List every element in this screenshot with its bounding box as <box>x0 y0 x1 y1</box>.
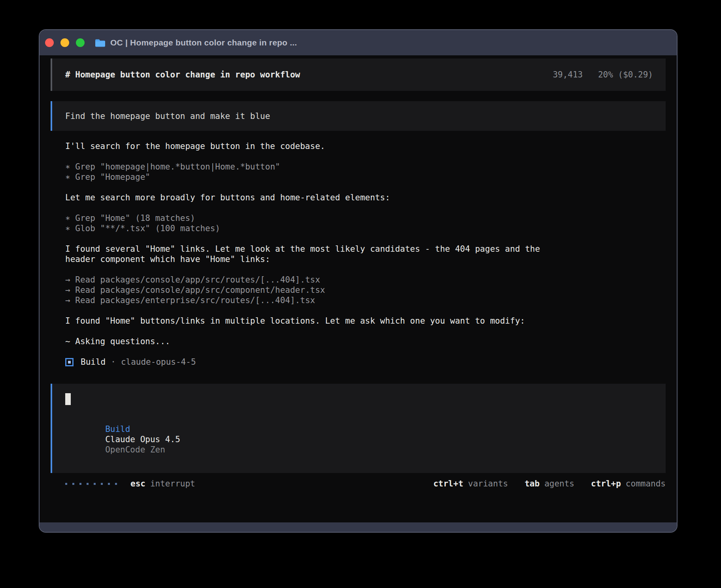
status-left: escinterrupt <box>65 479 195 488</box>
tool-asterisk-icon: ∗ <box>65 224 70 233</box>
prompt-input[interactable]: Build Claude Opus 4.5 OpenCode Zen <box>51 384 666 473</box>
hint-interrupt: escinterrupt <box>130 479 195 488</box>
spinner-dot <box>108 483 110 485</box>
terminal-window: OC | Homepage button color change in rep… <box>40 30 677 532</box>
input-meta-row: Build Claude Opus 4.5 OpenCode Zen <box>65 414 651 465</box>
model-name[interactable]: Claude Opus 4.5 <box>105 435 180 444</box>
terminal-content: # Homepage button color change in repo w… <box>40 55 677 522</box>
assistant-text: ~ Asking questions... <box>65 336 651 347</box>
tool-call-text: Glob "**/*.tsx" (100 matches) <box>70 224 220 233</box>
tool-call-text: Grep "Home" (18 matches) <box>70 213 195 223</box>
traffic-lights <box>45 38 85 47</box>
text-cursor <box>65 393 71 405</box>
spinner-dots-icon <box>65 483 117 485</box>
assistant-text: I found "Home" buttons/links in multiple… <box>65 316 651 326</box>
tool-call-line: ∗ Glob "**/*.tsx" (100 matches) <box>65 223 651 234</box>
user-message-text: Find the homepage button and make it blu… <box>65 111 270 121</box>
assistant-text: I found several "Home" links. Let me loo… <box>65 244 651 264</box>
tool-call-text: Read packages/enterprise/src/routes/[...… <box>70 296 315 305</box>
agent-name: Build <box>81 357 106 367</box>
spinner-dot <box>94 483 96 485</box>
window-footer <box>40 522 677 532</box>
spinner-dot <box>115 483 117 485</box>
agent-mode-label[interactable]: Build <box>105 424 130 434</box>
zoom-button[interactable] <box>76 38 85 47</box>
hint-variants: ctrl+tvariants <box>433 479 508 488</box>
hint-commands-key: ctrl+p <box>591 479 621 488</box>
close-button[interactable] <box>45 38 54 47</box>
tool-call-line: ∗ Grep "Home" (18 matches) <box>65 213 651 223</box>
tool-call-line: ∗ Grep "Homepage" <box>65 172 651 182</box>
transcript: I'll search for the homepage button in t… <box>51 141 666 377</box>
hint-variants-label: variants <box>468 479 508 488</box>
read-arrow-icon: → <box>65 275 70 285</box>
tool-call-text: Grep "homepage|home.*button|Home.*button… <box>70 162 280 172</box>
tool-asterisk-icon: ∗ <box>65 172 70 182</box>
spinner-dot <box>101 483 103 485</box>
hint-interrupt-label: interrupt <box>150 479 195 488</box>
tool-call-text: Grep "Homepage" <box>70 172 150 182</box>
left-hints: escinterrupt <box>130 479 195 488</box>
spinner-dot <box>79 483 81 485</box>
agent-badge: Build·claude-opus-4-5 <box>65 357 651 367</box>
agent-badge-icon-inner <box>68 361 71 364</box>
hint-commands: ctrl+pcommands <box>591 479 666 488</box>
folder-icon <box>95 39 106 47</box>
assistant-text-line: Let me search more broadly for buttons a… <box>65 192 565 203</box>
window-titlebar[interactable]: OC | Homepage button color change in rep… <box>40 30 677 55</box>
context-cost: 20% ($0.29) <box>598 70 653 79</box>
tool-call-line: → Read packages/console/app/src/componen… <box>65 285 651 295</box>
hint-agents-label: agents <box>544 479 574 488</box>
hint-agents-key: tab <box>525 479 540 488</box>
hint-variants-key: ctrl+t <box>433 479 463 488</box>
session-title: # Homepage button color change in repo w… <box>65 70 300 79</box>
assistant-text-line: I found "Home" buttons/links in multiple… <box>65 316 565 326</box>
provider-name: OpenCode Zen <box>105 445 165 454</box>
hint-interrupt-key: esc <box>130 479 145 488</box>
spinner-dot <box>65 483 67 485</box>
assistant-text: I'll search for the homepage button in t… <box>65 141 651 151</box>
model-id: claude-opus-4-5 <box>121 357 196 367</box>
assistant-text-line: I'll search for the homepage button in t… <box>65 141 565 151</box>
read-arrow-icon: → <box>65 296 70 305</box>
right-hints: ctrl+tvariantstabagentsctrl+pcommands <box>433 479 666 488</box>
read-arrow-icon: → <box>65 285 70 295</box>
session-stats: 39,413 20% ($0.29) <box>553 70 653 79</box>
tool-call-line: → Read packages/enterprise/src/routes/[.… <box>65 295 651 305</box>
assistant-text-line: ~ Asking questions... <box>65 336 565 347</box>
user-message: Find the homepage button and make it blu… <box>51 101 666 131</box>
tool-call-line: ∗ Grep "homepage|home.*button|Home.*butt… <box>65 162 651 172</box>
status-bar: escinterrupt ctrl+tvariantstabagentsctrl… <box>51 478 666 490</box>
hint-commands-label: commands <box>626 479 666 488</box>
separator-dot: · <box>111 357 116 367</box>
spinner-dot <box>87 483 89 485</box>
spinner-dot <box>72 483 74 485</box>
assistant-text-line: I found several "Home" links. Let me loo… <box>65 244 565 264</box>
tool-call-text: Read packages/console/app/src/routes/[..… <box>70 275 320 285</box>
hint-agents: tabagents <box>525 479 574 488</box>
minimize-button[interactable] <box>60 38 69 47</box>
tool-asterisk-icon: ∗ <box>65 162 70 172</box>
assistant-text: Let me search more broadly for buttons a… <box>65 192 651 203</box>
tool-call-group: ∗ Grep "Home" (18 matches)∗ Glob "**/*.t… <box>65 213 651 234</box>
tool-call-group: ∗ Grep "homepage|home.*button|Home.*butt… <box>65 162 651 182</box>
window-title: OC | Homepage button color change in rep… <box>110 38 297 47</box>
tool-call-group: → Read packages/console/app/src/routes/[… <box>65 275 651 305</box>
token-count: 39,413 <box>553 70 583 79</box>
tool-call-line: → Read packages/console/app/src/routes/[… <box>65 275 651 285</box>
agent-badge-icon <box>65 358 74 366</box>
tool-asterisk-icon: ∗ <box>65 213 70 223</box>
agent-badge-row: Build·claude-opus-4-5 <box>65 357 651 367</box>
tool-call-text: Read packages/console/app/src/component/… <box>70 285 325 295</box>
session-header: # Homepage button color change in repo w… <box>51 58 666 91</box>
